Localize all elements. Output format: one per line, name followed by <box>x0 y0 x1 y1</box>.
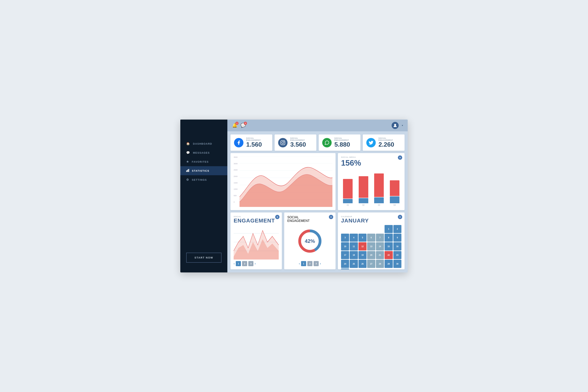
stat-label-instagram: SOCIAL ENGAGEMENT <box>290 137 313 141</box>
engagement-line-svg <box>234 224 279 260</box>
stat-label-facebook: SOCIAL ENGAGEMENT <box>246 137 269 141</box>
donut-title: ENGAGEMENT <box>287 219 332 223</box>
cal-title: JANUARY <box>341 218 402 224</box>
user-caret-icon[interactable]: ▾ <box>402 124 403 127</box>
calendar-grid: 1234567891011121314151617181920212223242… <box>341 225 402 269</box>
svg-rect-1 <box>187 170 188 172</box>
cal-day-3[interactable]: 3 <box>341 234 349 242</box>
donut-container: 42% <box>297 228 322 254</box>
svg-point-6 <box>282 142 284 144</box>
engagement-line-page-3[interactable]: 3 <box>248 261 254 266</box>
sidebar-item-messages[interactable]: 💬 MESSAGES <box>180 148 227 157</box>
stat-label-whatsapp: SOCIAL ENGAGEMENT <box>334 137 357 141</box>
bar-red-04 <box>390 180 400 196</box>
instagram-icon <box>278 138 288 148</box>
bar-blue-02 <box>359 198 368 203</box>
add-calendar-button[interactable]: + <box>398 215 402 219</box>
cal-day-13[interactable]: 13 <box>367 242 375 250</box>
wave-chart-svg <box>240 156 332 207</box>
bar-x-label-04: 04 <box>394 204 396 206</box>
app-container: 🏠 DASHBOARD 💬 MESSAGES ★ FAVORITES STATI… <box>180 120 408 272</box>
engagement-line-prev[interactable]: ‹ <box>234 262 234 266</box>
bar-stack-02 <box>357 176 370 203</box>
add-engagement-line-button[interactable]: + <box>275 215 280 219</box>
cal-day-17[interactable]: 17 <box>341 251 349 259</box>
cal-day-1[interactable]: 1 <box>384 225 392 233</box>
engagement-donut-card: + SOCIAL ENGAGEMENT <box>284 212 336 269</box>
bar-chart-area: 01 02 <box>341 169 402 207</box>
cal-day-22[interactable]: 22 <box>384 251 392 259</box>
add-donut-button[interactable]: + <box>329 215 333 219</box>
cal-day-2[interactable]: 2 <box>393 225 402 233</box>
cal-day-4[interactable]: 4 <box>350 234 358 242</box>
engagement-line-page-2[interactable]: 2 <box>242 261 247 266</box>
cal-day-26[interactable]: 26 <box>358 260 366 268</box>
cal-day-19[interactable]: 19 <box>358 251 366 259</box>
cal-day-12[interactable]: 12 <box>358 242 366 250</box>
svg-point-7 <box>284 141 284 142</box>
cal-day-empty <box>358 225 366 233</box>
stat-info-facebook: SOCIAL ENGAGEMENT 1.560 <box>246 137 269 148</box>
bar-group-02: 02 <box>357 176 370 206</box>
cal-day-18[interactable]: 18 <box>350 251 358 259</box>
cal-day-11[interactable]: 11 <box>350 242 358 250</box>
engagement-line-page-1[interactable]: 1 <box>236 261 241 266</box>
cal-day-16[interactable]: 16 <box>393 242 402 250</box>
twitter-icon <box>366 138 376 148</box>
bar-blue-01 <box>343 199 352 203</box>
main-content: 🔔 2 💬 4 ▾ <box>227 120 408 272</box>
cal-day-27[interactable]: 27 <box>367 260 375 268</box>
cal-day-20[interactable]: 20 <box>367 251 375 259</box>
cal-day-25[interactable]: 25 <box>350 260 358 268</box>
bottom-row: + SOCIAL ENGAGEMENT <box>230 212 404 269</box>
bar-red-03 <box>374 174 384 197</box>
sidebar-logo <box>180 120 227 131</box>
stat-value-facebook: 1.560 <box>246 141 269 148</box>
donut-next[interactable]: › <box>320 262 321 266</box>
cal-day-8[interactable]: 8 <box>384 234 392 242</box>
cal-day-31[interactable]: 31 <box>341 268 349 269</box>
chat-icon-wrap[interactable]: 💬 4 <box>240 123 246 128</box>
donut-wrapper: 42% <box>297 223 322 260</box>
donut-sublabel: SOCIAL <box>287 216 332 219</box>
cal-day-14[interactable]: 14 <box>376 242 384 250</box>
bell-badge: 2 <box>236 122 238 125</box>
cal-day-9[interactable]: 9 <box>393 234 402 242</box>
cal-day-empty <box>376 225 384 233</box>
donut-prev[interactable]: ‹ <box>299 262 300 266</box>
bar-stack-04 <box>388 180 402 203</box>
stat-cards: SOCIAL ENGAGEMENT 1.560 SOCIAL ENGAGEMEN… <box>230 134 404 151</box>
cal-day-24[interactable]: 24 <box>341 260 349 268</box>
cal-day-15[interactable]: 15 <box>384 242 392 250</box>
donut-page-1[interactable]: 1 <box>301 261 306 266</box>
stat-info-whatsapp: SOCIAL ENGAGEMENT 5.880 <box>334 137 357 148</box>
donut-page-3[interactable]: 3 <box>314 261 319 266</box>
stat-info-twitter: SOCIAL ENGAGEMENT 2.260 <box>378 137 401 148</box>
engagement-line-chart-area <box>234 224 279 260</box>
cal-day-28[interactable]: 28 <box>376 260 384 268</box>
bar-stack-01 <box>341 179 355 203</box>
sidebar-item-settings[interactable]: ⚙ SETTINGS <box>180 175 227 184</box>
sidebar-item-statistics[interactable]: STATISTICS <box>180 166 227 175</box>
cal-day-7[interactable]: 7 <box>376 234 384 242</box>
start-now-button[interactable]: START NOW <box>186 253 222 263</box>
cal-day-30[interactable]: 30 <box>393 260 402 268</box>
user-avatar[interactable] <box>392 122 399 129</box>
engagement-line-next[interactable]: › <box>254 262 256 266</box>
donut-title-area: SOCIAL ENGAGEMENT <box>287 216 332 223</box>
svg-point-4 <box>394 124 396 126</box>
bar-x-label-02: 02 <box>362 204 364 206</box>
cal-day-5[interactable]: 5 <box>358 234 366 242</box>
stat-card-instagram: SOCIAL ENGAGEMENT 3.560 <box>274 134 316 151</box>
add-bar-chart-button[interactable]: + <box>398 156 402 160</box>
sidebar-item-favorites[interactable]: ★ FAVORITES <box>180 157 227 166</box>
cal-day-29[interactable]: 29 <box>384 260 392 268</box>
donut-page-2[interactable]: 2 <box>307 261 312 266</box>
sidebar-item-label: FAVORITES <box>192 160 209 163</box>
cal-day-6[interactable]: 6 <box>367 234 375 242</box>
cal-day-10[interactable]: 10 <box>341 242 349 250</box>
cal-day-21[interactable]: 21 <box>376 251 384 259</box>
notifications-bell[interactable]: 🔔 2 <box>232 123 237 128</box>
cal-day-23[interactable]: 23 <box>393 251 402 259</box>
sidebar-item-dashboard[interactable]: 🏠 DASHBOARD <box>180 139 227 148</box>
